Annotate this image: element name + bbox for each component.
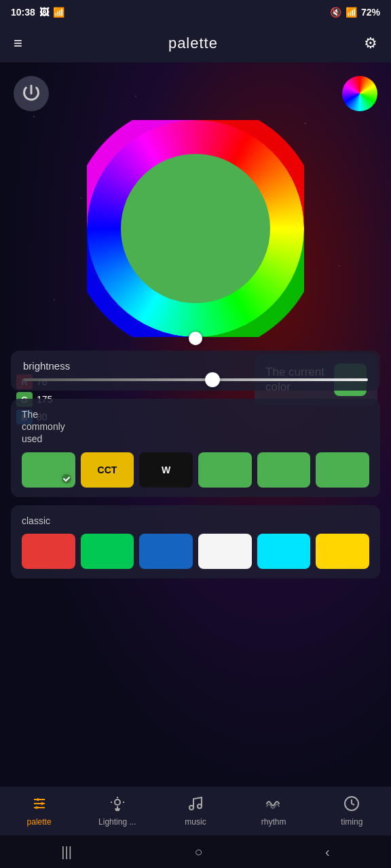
power-icon [22, 84, 41, 103]
timing-icon [343, 795, 360, 814]
svg-point-14 [35, 806, 38, 809]
check-icon [60, 473, 73, 485]
status-signal-icon: 📶 [53, 7, 64, 18]
power-button[interactable] [14, 76, 49, 111]
nav-music-label: music [185, 817, 206, 827]
recent-apps-button[interactable]: ||| [61, 844, 72, 860]
commonly-used-label: Thecommonlyused [22, 408, 369, 446]
main-content: R 76 G 175 B 80 The currentcolor brightn… [0, 62, 391, 800]
svg-point-15 [115, 800, 120, 805]
nav-palette-label: palette [27, 817, 52, 827]
rhythm-icon [265, 795, 282, 814]
swatch-common-3[interactable] [198, 452, 252, 488]
nav-music[interactable]: music [168, 795, 223, 827]
color-wheel-handle[interactable] [189, 332, 202, 345]
swatch-blue[interactable] [139, 534, 193, 569]
status-time: 10:38 [11, 7, 35, 18]
status-wifi-icon: 📶 [346, 7, 357, 18]
classic-label: classic [22, 515, 369, 527]
lighting-icon [109, 795, 126, 814]
swatch-common-4[interactable] [257, 452, 311, 488]
color-wheel-container[interactable] [0, 120, 391, 337]
status-left: 10:38 🖼 📶 [11, 7, 64, 18]
brightness-section: brightness [11, 351, 380, 391]
commonly-used-section: Thecommonlyused CCT W [11, 399, 380, 497]
nav-lighting-label: Lighting ... [98, 817, 136, 827]
back-button[interactable]: ‹ [325, 844, 330, 860]
brightness-label: brightness [23, 360, 368, 372]
nav-timing-label: timing [341, 817, 362, 827]
brightness-thumb[interactable] [205, 372, 220, 387]
color-center-display [121, 154, 270, 303]
status-photo-icon: 🖼 [39, 7, 49, 18]
classic-colors [22, 534, 369, 569]
settings-button[interactable]: ⚙ [364, 35, 377, 52]
swatch-yellow[interactable] [316, 534, 369, 569]
status-mute-icon: 🔇 [330, 7, 341, 18]
status-battery: 72% [361, 7, 380, 18]
svg-point-13 [41, 802, 43, 805]
color-wheel-ring[interactable] [87, 120, 304, 337]
commonly-used-colors: CCT W [22, 452, 369, 488]
swatch-common-5[interactable] [316, 452, 369, 488]
swatch-green[interactable] [81, 534, 134, 569]
status-right: 🔇 📶 72% [330, 7, 380, 18]
svg-point-20 [189, 806, 193, 810]
svg-point-12 [37, 798, 39, 801]
swatch-cct[interactable]: CCT [81, 452, 134, 488]
nav-palette[interactable]: palette [12, 795, 67, 827]
swatch-common-0[interactable] [22, 452, 75, 488]
nav-rhythm-label: rhythm [261, 817, 286, 827]
swatch-red[interactable] [22, 534, 75, 569]
swatch-white[interactable] [198, 534, 252, 569]
brightness-slider[interactable] [23, 378, 368, 381]
classic-section: classic [11, 505, 380, 578]
page-title: palette [168, 35, 218, 52]
status-bar: 10:38 🖼 📶 🔇 📶 72% [0, 0, 391, 24]
nav-timing[interactable]: timing [324, 795, 379, 827]
header: ≡ palette ⚙ [0, 24, 391, 62]
palette-icon [31, 795, 48, 814]
nav-rhythm[interactable]: rhythm [246, 795, 301, 827]
home-button[interactable]: ○ [194, 844, 202, 860]
bottom-nav: palette Lighting ... music [0, 787, 391, 835]
svg-point-21 [198, 804, 202, 808]
swatch-cyan[interactable] [257, 534, 311, 569]
music-icon [187, 795, 204, 814]
color-wheel-mini[interactable] [342, 76, 377, 111]
swatch-w[interactable]: W [139, 452, 193, 488]
nav-lighting[interactable]: Lighting ... [90, 795, 145, 827]
phone-nav-bar: ||| ○ ‹ [0, 835, 391, 868]
menu-button[interactable]: ≡ [14, 35, 22, 52]
